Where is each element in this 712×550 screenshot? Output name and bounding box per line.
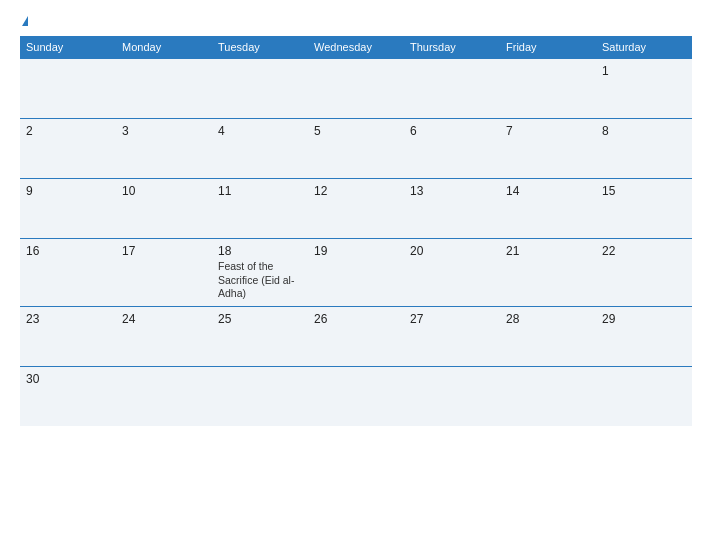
calendar-cell <box>308 366 404 426</box>
day-number: 5 <box>314 124 398 138</box>
calendar-cell: 20 <box>404 239 500 307</box>
calendar-cell: 3 <box>116 119 212 179</box>
week-row-0: 1 <box>20 59 692 119</box>
weekday-header-wednesday: Wednesday <box>308 36 404 59</box>
calendar-cell: 19 <box>308 239 404 307</box>
calendar-cell: 16 <box>20 239 116 307</box>
day-number: 13 <box>410 184 494 198</box>
weekday-header-saturday: Saturday <box>596 36 692 59</box>
calendar-cell: 26 <box>308 306 404 366</box>
day-number: 20 <box>410 244 494 258</box>
calendar-page: SundayMondayTuesdayWednesdayThursdayFrid… <box>0 0 712 550</box>
day-number: 26 <box>314 312 398 326</box>
day-number: 3 <box>122 124 206 138</box>
weekday-header-sunday: Sunday <box>20 36 116 59</box>
day-number: 2 <box>26 124 110 138</box>
calendar-cell: 2 <box>20 119 116 179</box>
calendar-cell: 11 <box>212 179 308 239</box>
day-number: 10 <box>122 184 206 198</box>
day-number: 19 <box>314 244 398 258</box>
weekday-header-monday: Monday <box>116 36 212 59</box>
day-number: 15 <box>602 184 686 198</box>
week-row-4: 23242526272829 <box>20 306 692 366</box>
day-number: 21 <box>506 244 590 258</box>
event-label: Feast of the Sacrifice (Eid al-Adha) <box>218 260 302 301</box>
day-number: 29 <box>602 312 686 326</box>
day-number: 7 <box>506 124 590 138</box>
day-number: 16 <box>26 244 110 258</box>
calendar-cell: 18Feast of the Sacrifice (Eid al-Adha) <box>212 239 308 307</box>
logo-triangle-icon <box>22 16 28 26</box>
calendar-cell: 10 <box>116 179 212 239</box>
weekday-header-tuesday: Tuesday <box>212 36 308 59</box>
calendar-cell <box>308 59 404 119</box>
calendar-cell: 21 <box>500 239 596 307</box>
calendar-cell: 17 <box>116 239 212 307</box>
calendar-cell: 7 <box>500 119 596 179</box>
calendar-cell: 22 <box>596 239 692 307</box>
day-number: 30 <box>26 372 110 386</box>
calendar-cell: 12 <box>308 179 404 239</box>
calendar-cell <box>116 366 212 426</box>
calendar-cell <box>404 59 500 119</box>
day-number: 24 <box>122 312 206 326</box>
day-number: 23 <box>26 312 110 326</box>
day-number: 22 <box>602 244 686 258</box>
calendar-cell: 30 <box>20 366 116 426</box>
calendar-cell <box>212 366 308 426</box>
calendar-cell: 25 <box>212 306 308 366</box>
calendar-cell: 24 <box>116 306 212 366</box>
week-row-5: 30 <box>20 366 692 426</box>
day-number: 28 <box>506 312 590 326</box>
calendar-cell: 6 <box>404 119 500 179</box>
day-number: 6 <box>410 124 494 138</box>
day-number: 11 <box>218 184 302 198</box>
week-row-2: 9101112131415 <box>20 179 692 239</box>
weekday-header-thursday: Thursday <box>404 36 500 59</box>
week-row-1: 2345678 <box>20 119 692 179</box>
logo <box>20 16 28 26</box>
calendar-cell <box>404 366 500 426</box>
calendar-cell <box>596 366 692 426</box>
calendar-cell: 29 <box>596 306 692 366</box>
day-number: 27 <box>410 312 494 326</box>
day-number: 1 <box>602 64 686 78</box>
calendar-cell: 27 <box>404 306 500 366</box>
calendar-cell: 8 <box>596 119 692 179</box>
day-number: 18 <box>218 244 302 258</box>
day-number: 4 <box>218 124 302 138</box>
calendar-cell <box>20 59 116 119</box>
calendar-cell: 28 <box>500 306 596 366</box>
calendar-cell: 4 <box>212 119 308 179</box>
day-number: 25 <box>218 312 302 326</box>
calendar-cell: 15 <box>596 179 692 239</box>
calendar-cell: 1 <box>596 59 692 119</box>
day-number: 17 <box>122 244 206 258</box>
calendar-cell <box>500 59 596 119</box>
calendar-cell: 13 <box>404 179 500 239</box>
weekday-header-friday: Friday <box>500 36 596 59</box>
weekday-header-row: SundayMondayTuesdayWednesdayThursdayFrid… <box>20 36 692 59</box>
calendar-cell: 9 <box>20 179 116 239</box>
header <box>20 16 692 26</box>
calendar-cell <box>116 59 212 119</box>
day-number: 8 <box>602 124 686 138</box>
day-number: 12 <box>314 184 398 198</box>
calendar-cell: 14 <box>500 179 596 239</box>
calendar-cell <box>212 59 308 119</box>
calendar-table: SundayMondayTuesdayWednesdayThursdayFrid… <box>20 36 692 426</box>
calendar-cell <box>500 366 596 426</box>
calendar-cell: 5 <box>308 119 404 179</box>
week-row-3: 161718Feast of the Sacrifice (Eid al-Adh… <box>20 239 692 307</box>
calendar-cell: 23 <box>20 306 116 366</box>
day-number: 14 <box>506 184 590 198</box>
day-number: 9 <box>26 184 110 198</box>
